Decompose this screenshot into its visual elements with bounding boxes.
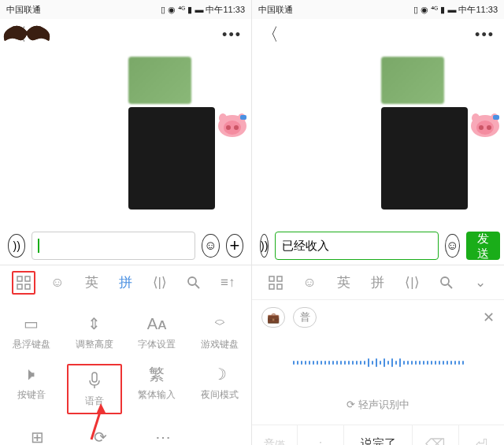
svg-point-11 (188, 277, 196, 285)
svg-point-21 (472, 113, 480, 123)
sync[interactable]: ⟳同步 (72, 427, 128, 445)
voice-panel-header: 💼 普 ✕ (252, 300, 504, 335)
vibrate-icon: ▯ (413, 5, 418, 15)
recognizing-label: ⟳ 轻声识别中 (252, 390, 504, 425)
pinyin-toggle[interactable]: 拼 (366, 271, 390, 295)
chat-image-2[interactable] (128, 107, 215, 210)
wifi-icon: ◉ (168, 5, 176, 15)
svg-rect-27 (277, 284, 282, 289)
message-bubble (128, 57, 215, 210)
svg-point-20 (487, 125, 491, 130)
pinyin-toggle[interactable]: 拼 (113, 271, 137, 295)
settings-row-1: ▭悬浮键盘 ⇕调整高度 Aᴀ字体设置 ⌔游戏键盘 (0, 307, 251, 358)
svg-point-28 (441, 277, 449, 285)
message-input[interactable] (275, 232, 439, 260)
status-bar: 中国联通 ▯ ◉ ⁴ᴳ ▮ ▬ 中午11:33 (252, 0, 504, 19)
svg-point-19 (479, 125, 484, 130)
svg-rect-24 (269, 276, 274, 281)
voice-toggle-icon[interactable]: )) (260, 234, 269, 258)
svg-rect-26 (269, 284, 274, 289)
ime-toolbar: ☺ 英 拼 ⟨|⟩ ≡↑ (0, 265, 251, 299)
chat-header: 〈 ••• (252, 19, 504, 50)
search-icon[interactable] (182, 271, 206, 295)
clock: 中午11:33 (206, 4, 245, 16)
settings-row-3: ⊞工具中心 ⟳同步 ⋯更多设置 (0, 421, 251, 445)
pig-avatar[interactable] (217, 112, 248, 139)
svg-rect-8 (25, 276, 30, 281)
svg-point-3 (234, 125, 239, 130)
grid-icon[interactable] (264, 271, 287, 295)
settings-panel: ▭悬浮键盘 ⇕调整高度 Aᴀ字体设置 ⌔游戏键盘 🕨按键音 语音 繁繁体输入 ☽… (0, 299, 251, 445)
chat-image-1[interactable] (381, 57, 444, 104)
voice-toggle-icon[interactable]: )) (8, 234, 25, 258)
emoji-icon[interactable]: ☺ (298, 271, 321, 295)
emoji-button[interactable]: ☺ (202, 234, 219, 258)
more-button[interactable]: ••• (222, 27, 242, 43)
more-button[interactable]: ••• (475, 27, 495, 43)
chat-image-1[interactable] (128, 57, 191, 104)
key-sound[interactable]: 🕨按键音 (4, 364, 59, 414)
status-right: ▯ ◉ ⁴ᴳ ▮ ▬ 中午11:33 (413, 4, 498, 16)
trad-icon: 繁 (149, 364, 165, 384)
svg-rect-13 (92, 373, 97, 382)
input-row: )) ☺ + (0, 227, 251, 265)
english-toggle[interactable]: 英 (80, 271, 103, 295)
backspace-icon[interactable]: ⌫ (413, 425, 458, 445)
more-settings[interactable]: ⋯更多设置 (135, 427, 191, 445)
carrier: 中国联通 (6, 4, 41, 16)
pig-avatar[interactable] (469, 112, 501, 139)
briefcase-icon[interactable]: 💼 (261, 307, 285, 328)
svg-rect-9 (17, 284, 22, 289)
cursor-icon[interactable]: ⟨|⟩ (400, 271, 424, 295)
back-button[interactable]: 〈 (261, 23, 279, 46)
voice-input[interactable]: 语音 (67, 364, 122, 414)
mustache-sticker (2, 22, 52, 46)
ime-toolbar: ☺ 英 拼 ⟨|⟩ ⌄ (252, 265, 504, 299)
english-toggle[interactable]: 英 (332, 271, 356, 295)
settings-icon[interactable]: ≡↑ (216, 271, 239, 295)
mandarin-chip[interactable]: 普 (293, 307, 317, 328)
game-icon: ⌔ (215, 313, 224, 334)
floating-keyboard[interactable]: ▭悬浮键盘 (4, 313, 59, 351)
grid-icon[interactable] (12, 271, 35, 295)
message-bubble (381, 57, 468, 210)
bars-icon: ▮ (440, 5, 445, 15)
message-input[interactable] (32, 232, 195, 260)
game-keyboard[interactable]: ⌔游戏键盘 (192, 313, 247, 351)
carrier: 中国联通 (258, 4, 293, 16)
yin-button[interactable]: 音/英 (252, 425, 298, 445)
tool-center[interactable]: ⊞工具中心 (9, 427, 65, 445)
search-icon[interactable] (435, 271, 458, 295)
emoji-button[interactable]: ☺ (445, 234, 459, 258)
cursor-icon[interactable]: ⟨|⟩ (148, 271, 172, 295)
send-button[interactable]: 发送 (466, 232, 500, 260)
enter-icon[interactable]: ⏎ (459, 425, 504, 445)
night-mode[interactable]: ☽夜间模式 (192, 364, 247, 414)
phone-left: 中国联通 ▯ ◉ ⁴ᴳ ▮ ▬ 中午11:33 〈 ••• )) ☺ + ☺ 英 (0, 0, 252, 445)
svg-point-4 (219, 113, 227, 123)
waveform (252, 335, 504, 390)
collapse-icon[interactable]: ⌄ (469, 271, 492, 295)
close-icon[interactable]: ✕ (483, 309, 495, 326)
emoji-icon[interactable]: ☺ (46, 271, 69, 295)
adjust-height[interactable]: ⇕调整高度 (67, 313, 122, 351)
plus-button[interactable]: + (226, 234, 243, 258)
battery-icon: ▬ (447, 5, 456, 14)
font-icon: Aᴀ (147, 313, 167, 334)
more-icon: ⋯ (155, 427, 171, 445)
voice-panel: 💼 普 ✕ ⟳ 轻声识别中 音/英 ； 说完了 ⌫ ⏎ (252, 299, 504, 445)
chat-image-2[interactable] (381, 107, 468, 210)
input-row: )) ☺ 发送 (252, 227, 504, 265)
vibrate-icon: ▯ (161, 5, 165, 15)
done-button[interactable]: 说完了 (344, 425, 413, 445)
wifi-icon: ◉ (421, 5, 428, 15)
height-icon: ⇕ (87, 313, 101, 334)
signal-icon: ⁴ᴳ (178, 5, 185, 15)
traditional-input[interactable]: 繁繁体输入 (129, 364, 184, 414)
svg-line-12 (195, 284, 199, 288)
status-right: ▯ ◉ ⁴ᴳ ▮ ▬ 中午11:33 (161, 4, 245, 16)
font-settings[interactable]: Aᴀ字体设置 (129, 313, 184, 351)
semicolon-button[interactable]: ； (298, 425, 343, 445)
chat-area (0, 50, 251, 227)
signal-icon: ⁴ᴳ (431, 5, 438, 15)
